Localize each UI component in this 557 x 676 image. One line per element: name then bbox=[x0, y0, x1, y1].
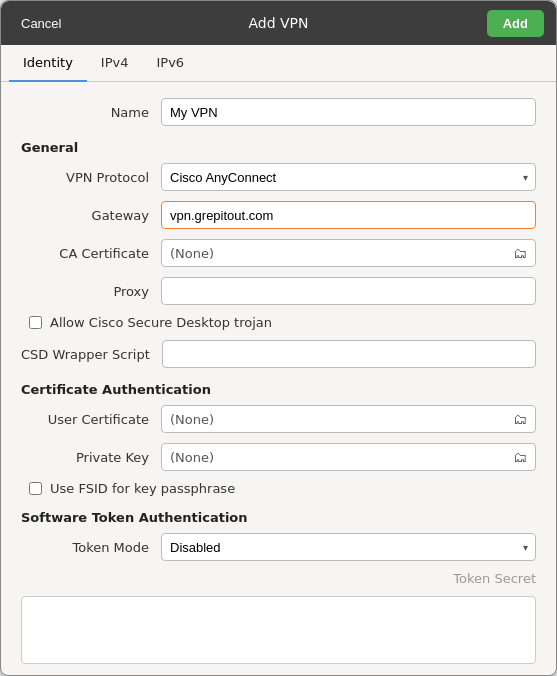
use-fsid-row: Use FSID for key passphrase bbox=[21, 481, 536, 496]
csd-wrapper-row: CSD Wrapper Script bbox=[21, 340, 536, 368]
gateway-label: Gateway bbox=[21, 208, 161, 223]
name-row: Name bbox=[21, 98, 536, 126]
vpn-protocol-wrapper: Cisco AnyConnect OpenVPN PPTP ▾ bbox=[161, 163, 536, 191]
name-input[interactable] bbox=[161, 98, 536, 126]
token-mode-wrapper: Disabled RSA SecurID TOTP ▾ bbox=[161, 533, 536, 561]
vpn-protocol-select[interactable]: Cisco AnyConnect OpenVPN PPTP bbox=[161, 163, 536, 191]
proxy-input[interactable] bbox=[161, 277, 536, 305]
csd-wrapper-label: CSD Wrapper Script bbox=[21, 347, 162, 362]
private-key-row: Private Key (None) 🗂 bbox=[21, 443, 536, 471]
titlebar: Cancel Add VPN Add bbox=[1, 1, 556, 45]
general-section-title: General bbox=[21, 140, 536, 155]
token-secret-textarea[interactable] bbox=[21, 596, 536, 664]
allow-cisco-label: Allow Cisco Secure Desktop trojan bbox=[50, 315, 272, 330]
use-fsid-checkbox[interactable] bbox=[29, 482, 42, 495]
tab-ipv6[interactable]: IPv6 bbox=[142, 45, 198, 82]
user-cert-value: (None) bbox=[170, 412, 507, 427]
user-cert-row: User Certificate (None) 🗂 bbox=[21, 405, 536, 433]
token-mode-label: Token Mode bbox=[21, 540, 161, 555]
ca-cert-browse-icon[interactable]: 🗂 bbox=[513, 245, 527, 261]
private-key-value: (None) bbox=[170, 450, 507, 465]
ca-cert-control: (None) 🗂 bbox=[161, 239, 536, 267]
csd-wrapper-input[interactable] bbox=[162, 340, 536, 368]
tab-content-identity: Name General VPN Protocol Cisco AnyConne… bbox=[1, 82, 556, 675]
allow-cisco-checkbox[interactable] bbox=[29, 316, 42, 329]
add-vpn-dialog: Cancel Add VPN Add Identity IPv4 IPv6 Na… bbox=[0, 0, 557, 676]
dialog-title: Add VPN bbox=[248, 15, 308, 31]
user-cert-control: (None) 🗂 bbox=[161, 405, 536, 433]
ca-cert-value: (None) bbox=[170, 246, 507, 261]
proxy-label: Proxy bbox=[21, 284, 161, 299]
cancel-button[interactable]: Cancel bbox=[13, 12, 69, 35]
private-key-control: (None) 🗂 bbox=[161, 443, 536, 471]
private-key-label: Private Key bbox=[21, 450, 161, 465]
gateway-row: Gateway bbox=[21, 201, 536, 229]
use-fsid-label: Use FSID for key passphrase bbox=[50, 481, 235, 496]
tab-ipv4[interactable]: IPv4 bbox=[87, 45, 143, 82]
user-cert-browse-icon[interactable]: 🗂 bbox=[513, 411, 527, 427]
software-token-section-title: Software Token Authentication bbox=[21, 510, 536, 525]
add-button[interactable]: Add bbox=[487, 10, 544, 37]
token-secret-label: Token Secret bbox=[453, 571, 536, 586]
vpn-protocol-label: VPN Protocol bbox=[21, 170, 161, 185]
name-label: Name bbox=[21, 105, 161, 120]
tab-identity[interactable]: Identity bbox=[9, 45, 87, 82]
allow-cisco-row: Allow Cisco Secure Desktop trojan bbox=[21, 315, 536, 330]
private-key-browse-icon[interactable]: 🗂 bbox=[513, 449, 527, 465]
ca-cert-row: CA Certificate (None) 🗂 bbox=[21, 239, 536, 267]
token-mode-row: Token Mode Disabled RSA SecurID TOTP ▾ bbox=[21, 533, 536, 561]
vpn-protocol-row: VPN Protocol Cisco AnyConnect OpenVPN PP… bbox=[21, 163, 536, 191]
user-cert-label: User Certificate bbox=[21, 412, 161, 427]
proxy-row: Proxy bbox=[21, 277, 536, 305]
cert-auth-section-title: Certificate Authentication bbox=[21, 382, 536, 397]
ca-cert-label: CA Certificate bbox=[21, 246, 161, 261]
token-mode-select[interactable]: Disabled RSA SecurID TOTP bbox=[161, 533, 536, 561]
token-secret-label-row: Token Secret bbox=[21, 571, 536, 592]
gateway-input[interactable] bbox=[161, 201, 536, 229]
tab-bar: Identity IPv4 IPv6 bbox=[1, 45, 556, 82]
